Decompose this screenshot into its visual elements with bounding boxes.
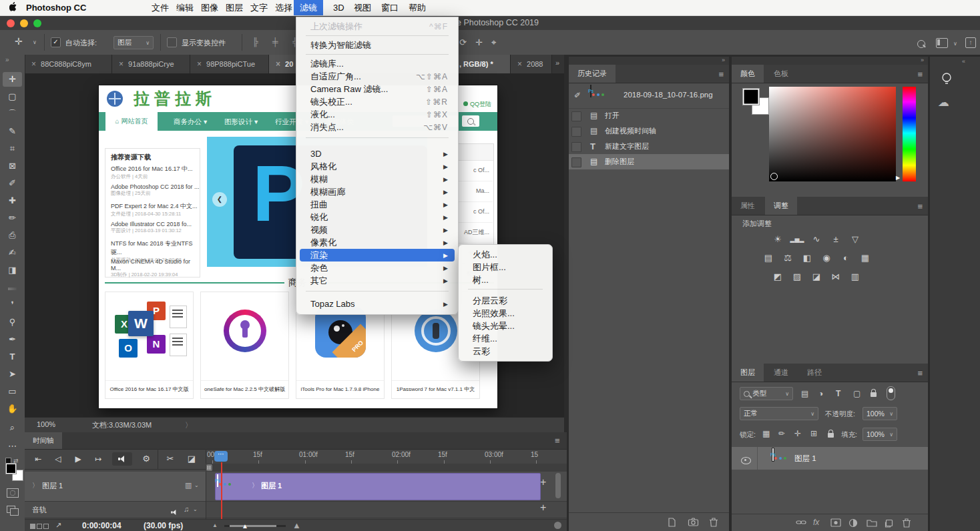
menu-item-lighting-effects[interactable]: 光照效果... <box>462 307 549 320</box>
new-snapshot-camera-icon[interactable] <box>688 517 699 528</box>
menu-item-render-selected[interactable]: 渲染▶ <box>300 249 455 261</box>
transition-icon[interactable]: ◪ <box>184 449 200 469</box>
vibrance-icon[interactable]: ▽ <box>846 232 864 247</box>
filter-type-layers-icon[interactable]: T <box>836 389 840 398</box>
menu-item-fibers[interactable]: 纤维... <box>462 332 549 345</box>
color-balance-icon[interactable]: ⚖ <box>779 251 796 266</box>
list-item[interactable]: Maxon CINEMA 4D Studio for M...3D制作 | 20… <box>111 258 200 278</box>
color-lookup-icon[interactable]: ▦ <box>856 251 874 266</box>
software-card[interactable]: oneSafe for Mac 2.2.5 中文破解版 <box>200 292 289 399</box>
zoom-out-mountain-icon[interactable]: ▲ <box>212 522 218 528</box>
menubar-item-window[interactable]: 窗口 <box>375 0 405 15</box>
foreground-color-swatch[interactable] <box>5 463 17 474</box>
tab-timeline[interactable]: 时间轴 <box>25 432 62 449</box>
qq-login-link[interactable]: QQ登陆 <box>463 100 491 109</box>
video-clip[interactable]: Ps 〉 图层 1 <box>215 473 541 500</box>
menubar-item-3d[interactable]: 3D <box>327 0 350 15</box>
document-tab[interactable]: ×2088 <box>511 55 552 73</box>
posterize-icon[interactable]: ▨ <box>788 270 806 284</box>
speaker-icon[interactable] <box>171 510 178 515</box>
menu-item-liquify[interactable]: 液化...⇧⌘X <box>300 108 455 121</box>
lock-all-icon[interactable] <box>828 433 834 438</box>
status-expand-icon[interactable]: 〉 <box>185 420 192 430</box>
menu-item-difference-clouds[interactable]: 分层云彩 <box>462 294 549 307</box>
list-item[interactable]: Adobe Illustrator CC 2018 fo...平面设计 | 20… <box>111 221 192 234</box>
close-icon[interactable]: × <box>197 59 202 69</box>
hand-tool[interactable]: ✋ <box>0 402 25 416</box>
minimize-window-button[interactable] <box>20 19 28 27</box>
panel-menu-icon[interactable]: ≡ <box>917 368 923 378</box>
work-area-start-marker[interactable] <box>206 464 212 471</box>
menubar-item-help[interactable]: 帮助 <box>403 0 432 15</box>
layer-style-fx-icon[interactable]: fx <box>813 518 819 527</box>
chevron-down-icon[interactable]: ⌄ <box>194 482 199 488</box>
filter-adjustment-layers-icon[interactable]: ◑ <box>818 389 823 398</box>
layer-visibility-eye-icon[interactable] <box>741 457 751 464</box>
align-left-icon[interactable]: ╠ <box>252 37 258 47</box>
menu-item-blur-gallery[interactable]: 模糊画廊▶ <box>300 185 455 198</box>
eraser-tool[interactable]: ◨ <box>0 263 25 278</box>
history-source-checkbox[interactable] <box>571 111 581 121</box>
timeline-scrollbar[interactable] <box>555 473 561 498</box>
new-adjustment-layer-icon[interactable] <box>848 518 858 528</box>
layer-filter-toggle[interactable] <box>887 386 895 400</box>
nav-item-business[interactable]: 商务办公 ▾ <box>174 112 207 131</box>
auto-select-target-select[interactable]: 图层 ∨ <box>113 36 154 49</box>
document-tab[interactable]: ×88C888piC8ym <box>25 55 112 73</box>
lock-transparency-icon[interactable]: ▦ <box>762 429 770 438</box>
music-note-icon[interactable]: ♫ <box>184 505 189 513</box>
menu-item-adaptive-wide-angle[interactable]: 自适应广角...⌥⇧⌘A <box>300 70 455 83</box>
menu-item-blur[interactable]: 模糊▶ <box>300 173 455 185</box>
play-button[interactable]: ▶ <box>70 449 86 469</box>
layer-name[interactable]: 图层 1 <box>794 454 816 464</box>
eyedropper-tool[interactable]: ✐ <box>0 176 25 191</box>
blur-tool[interactable]: ❜ <box>0 298 25 312</box>
list-item[interactable]: PDF Expert 2 for Mac 2.4 中文...文件处理 | 201… <box>111 202 198 217</box>
filter-smart-objects-icon[interactable] <box>871 392 877 397</box>
history-step-selected[interactable]: ▤ 删除图层 <box>569 154 729 169</box>
brightness-contrast-icon[interactable]: ☀ <box>769 232 786 247</box>
selective-color-icon[interactable]: ⋈ <box>827 270 844 284</box>
carousel-prev-button[interactable]: ❮ <box>212 192 227 207</box>
menubar-item-view[interactable]: 视图 <box>348 0 377 15</box>
menu-item-tree[interactable]: 树... <box>462 274 549 286</box>
menu-item-picture-frame[interactable]: 图片框... <box>462 261 549 274</box>
list-item[interactable]: Office 2016 for Mac 16.17 中...办公软件 | 4天前 <box>111 165 192 180</box>
software-card[interactable]: X P O N W Office 2016 for Mac 16.17 中文版 <box>105 292 194 399</box>
layer-filter-type-select[interactable]: 类型 ∨ <box>740 387 793 400</box>
foreground-color-swatch[interactable] <box>742 88 760 105</box>
menu-item-clouds[interactable]: 云彩 <box>462 345 549 358</box>
site-search-button[interactable] <box>462 115 479 127</box>
black-white-icon[interactable]: ◧ <box>798 251 816 266</box>
menu-item-3d[interactable]: 3D▶ <box>300 147 455 160</box>
close-icon[interactable]: × <box>31 59 36 69</box>
panel-menu-icon[interactable]: ≡ <box>917 69 923 79</box>
list-item[interactable]: Adobe Photoshop CC 2018 for ...图像处理 | 25… <box>111 183 200 197</box>
history-step[interactable]: ▤ 创建视频时间轴 <box>569 123 729 139</box>
timeline-settings-icon[interactable]: ⚙ <box>138 449 154 469</box>
filter-pixel-layers-icon[interactable]: ▤ <box>801 389 808 398</box>
learn-lightbulb-icon[interactable] <box>938 70 955 87</box>
edit-toolbar-icon[interactable]: ⋯ <box>0 439 25 454</box>
zoom-tool[interactable]: ⌕ <box>0 420 25 435</box>
show-transform-checkbox[interactable] <box>167 37 177 47</box>
search-icon[interactable] <box>917 40 925 48</box>
quick-selection-tool[interactable]: ✎ <box>0 124 25 139</box>
3d-camera-icon[interactable]: ⌖ <box>491 37 496 48</box>
path-selection-tool[interactable]: ➤ <box>0 367 25 382</box>
zoom-window-button[interactable] <box>33 19 41 27</box>
timeline-zoom-slider[interactable] <box>224 525 286 527</box>
lock-artboard-icon[interactable]: ⊞ <box>810 429 817 438</box>
move-tool[interactable]: ✛ <box>0 72 25 87</box>
menu-item-lens-flare[interactable]: 镜头光晕... <box>462 320 549 332</box>
previous-frame-button[interactable]: ◁ <box>50 449 66 469</box>
close-icon[interactable]: × <box>119 59 124 69</box>
healing-brush-tool[interactable]: ✚ <box>0 193 25 208</box>
delete-state-trash-icon[interactable] <box>709 517 718 528</box>
expand-panel-icon[interactable]: « <box>962 58 965 65</box>
filter-shape-layers-icon[interactable]: ▢ <box>853 389 861 398</box>
dodge-tool[interactable]: ⚲ <box>0 315 25 330</box>
expand-track-icon[interactable]: 〉 <box>32 481 39 490</box>
tab-adjustments[interactable]: 调整 <box>765 197 797 215</box>
close-icon[interactable]: × <box>276 59 280 69</box>
